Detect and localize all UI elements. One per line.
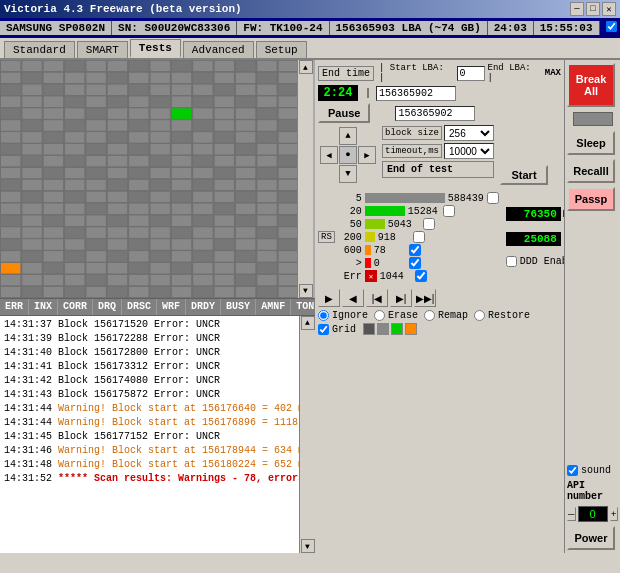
erase-label: Erase (388, 310, 418, 321)
start-lba-input[interactable] (457, 66, 485, 81)
tab-standard[interactable]: Standard (4, 41, 75, 58)
log-message: Warning! Block start at 156176896 = 1118… (52, 417, 299, 428)
close-button[interactable]: ✕ (602, 2, 616, 16)
log-scrollbar[interactable]: ▲ ▼ (299, 316, 315, 554)
log-line: 14:31:39 Block 156172288 Error: UNCR (4, 332, 295, 346)
lba-arrow: | (365, 88, 371, 99)
erase-radio[interactable] (374, 310, 385, 321)
start-button[interactable]: Start (500, 165, 548, 185)
log-section: 14:31:37 Block 156171520 Error: UNCR14:3… (0, 316, 315, 554)
dpad-down[interactable]: ▼ (339, 165, 357, 183)
title-text: Victoria 4.3 Freeware (beta version) (4, 3, 242, 15)
legend-checkbox[interactable] (413, 231, 425, 243)
minimize-button[interactable]: ─ (570, 2, 584, 16)
restore-radio[interactable] (474, 310, 485, 321)
window-controls: ─ □ ✕ (570, 2, 616, 16)
log-time: 14:31:39 (4, 333, 52, 344)
graph-scrollbar[interactable]: ▲ ▼ (297, 60, 313, 298)
legend-checkbox[interactable] (443, 205, 455, 217)
log-time: 14:31:43 (4, 389, 52, 400)
log-scroll-down[interactable]: ▼ (301, 539, 315, 553)
log-line: 14:31:44 Warning! Block start at 1561768… (4, 416, 295, 430)
legend-checkbox[interactable] (415, 270, 427, 282)
api-minus-button[interactable]: ─ (567, 507, 576, 521)
transport-controls: ▶ ◀ |◀ ▶| ▶▶| (315, 287, 564, 309)
power-button[interactable]: Power (567, 526, 615, 550)
pause-button[interactable]: Pause (318, 103, 370, 123)
log-message: Block 156171520 Error: UNCR (52, 319, 220, 330)
remap-radio[interactable] (424, 310, 435, 321)
legend-checkbox[interactable] (409, 257, 421, 269)
flag-drq: DRQ (93, 299, 122, 315)
api-input[interactable] (578, 506, 608, 522)
log-line: 14:31:46 Warning! Block start at 1561789… (4, 444, 295, 458)
log-scroll-up[interactable]: ▲ (301, 316, 315, 330)
passp-button[interactable]: Passp (567, 187, 615, 211)
dpad-center[interactable]: ● (339, 146, 357, 164)
grid-label: Grid (332, 324, 356, 335)
log-message: Warning! Block start at 156178944 = 634 … (52, 445, 299, 456)
ddd-checkbox[interactable] (506, 256, 517, 267)
flag-wrf: WRF (157, 299, 186, 315)
end-lba-input[interactable] (376, 86, 456, 101)
legend-checkbox[interactable] (423, 218, 435, 230)
status-display: End of test (382, 161, 494, 178)
log-message: Block 156172800 Error: UNCR (52, 347, 220, 358)
elapsed-time: 24:03 (488, 21, 534, 35)
flag-busy: BUSY (221, 299, 256, 315)
dpad-right[interactable]: ▶ (358, 146, 376, 164)
restore-radio-label[interactable]: Restore (474, 310, 530, 321)
tab-advanced[interactable]: Advanced (183, 41, 254, 58)
legend-row: 60078 (340, 244, 499, 256)
log-line: 14:31:45 Block 156177152 Error: UNCR (4, 430, 295, 444)
grid-checkbox[interactable] (318, 324, 329, 335)
legend-row: 200918 (340, 231, 499, 243)
dpad-left[interactable]: ◀ (320, 146, 338, 164)
play-button[interactable]: ▶ (318, 289, 340, 307)
restore-label: Restore (488, 310, 530, 321)
sound-label: sound (581, 465, 611, 476)
color-swatch-4 (405, 323, 417, 335)
dpad-up[interactable]: ▲ (339, 127, 357, 145)
recall-button[interactable]: Recalll (567, 159, 615, 183)
ignore-radio-label[interactable]: Ignore (318, 310, 368, 321)
back-button[interactable]: ◀ (342, 289, 364, 307)
flag-amnf: AMNF (256, 299, 291, 315)
end-lba-max: MAX (545, 68, 561, 78)
log-message: ***** Scan results: Warnings - 78, error… (52, 473, 299, 484)
ignore-radio[interactable] (318, 310, 329, 321)
block-size-label: block size (382, 126, 442, 140)
legend-checkbox[interactable] (487, 192, 499, 204)
scroll-up-button[interactable]: ▲ (299, 60, 313, 74)
timeout-select[interactable]: 10000500030000 (444, 143, 494, 159)
start-lba-label: | Start LBA: | (379, 63, 454, 83)
graph-panel: ▲ ▼ (0, 60, 315, 298)
tab-smart[interactable]: SMART (77, 41, 128, 58)
end-lba-input2[interactable] (395, 106, 475, 121)
flag-bar: ERRINXCORRDRQDRSCWRFDRDYBUSYAMNFTONFABRT… (0, 298, 315, 316)
break-all-button[interactable]: Break All (567, 63, 615, 107)
log-message: Block 156174080 Error: UNCR (52, 375, 220, 386)
sound-checkbox[interactable] (567, 465, 578, 476)
scroll-down-button[interactable]: ▼ (299, 284, 313, 298)
log-time: 14:31:52 (4, 473, 52, 484)
api-plus-button[interactable]: + (610, 507, 619, 521)
legend-checkbox[interactable] (409, 244, 421, 256)
erase-radio-label[interactable]: Erase (374, 310, 418, 321)
sleep-button[interactable]: Sleep (567, 131, 615, 155)
clock: 15:55:03 (534, 21, 600, 35)
operation-mode: Ignore Erase Remap Restore (315, 309, 564, 322)
step-back-button[interactable]: |◀ (366, 289, 388, 307)
tab-tests[interactable]: Tests (130, 39, 181, 58)
block-size-select[interactable]: 256512128 (444, 125, 494, 141)
tab-setup[interactable]: Setup (256, 41, 307, 58)
step-fwd-button[interactable]: ▶| (390, 289, 412, 307)
maximize-button[interactable]: □ (586, 2, 600, 16)
legend-row: 2015284 (340, 205, 499, 217)
api-checkbox[interactable] (606, 21, 617, 32)
device-label: Device 0 (600, 20, 620, 36)
far-right-panel: Break All Sleep Recalll Passp sound API … (564, 60, 620, 553)
skip-fwd-button[interactable]: ▶▶| (414, 289, 436, 307)
rs-label: RS (318, 231, 335, 243)
remap-radio-label[interactable]: Remap (424, 310, 468, 321)
